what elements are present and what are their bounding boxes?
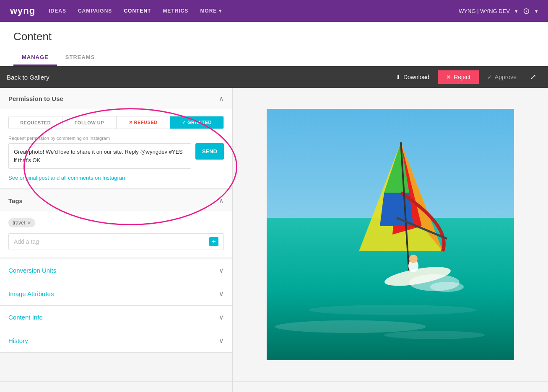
left-sidebar: Permission to Use ∧ REQUESTED FOLLOW UP … [0,88,233,381]
permission-section-header[interactable]: Permission to Use ∧ [0,88,232,109]
nav-right: WYNG | WYNG DEV ▾ ⊙ ▾ [459,6,538,16]
logo-text: wyng [10,5,35,16]
approve-icon: ✓ [487,74,492,80]
nav-metrics[interactable]: METRICS [163,8,188,14]
svg-point-3 [384,331,485,339]
reject-icon: ✕ [446,74,451,80]
conversion-units-title: Conversion Units [8,267,56,274]
image-panel [233,88,548,381]
gallery-toolbar: Back to Gallery ⬇ Download ✕ Reject ✓ Ap… [0,66,548,88]
workspace-selector[interactable]: WYNG | WYNG DEV [459,8,510,14]
permission-message-label: Request permission by commenting on Inst… [8,136,224,141]
history-chevron-icon: ∨ [219,337,224,345]
tag-chip-travel: travel ✕ [8,218,35,227]
page-tabs: MANAGE STREAMS [13,50,535,66]
fullscreen-button[interactable]: ⤢ [525,69,541,85]
permission-message-text[interactable]: Great photo! We'd love to share it on ou… [8,143,191,169]
nav-campaigns[interactable]: CAMPAIGNS [78,8,112,14]
message-row: Great photo! We'd love to share it on ou… [8,143,224,169]
content-info-title: Content Info [8,314,43,321]
download-icon: ⬇ [396,74,401,80]
tag-remove-button[interactable]: ✕ [27,220,31,226]
nav-links: IDEAS CAMPAIGNS CONTENT METRICS MORE ▾ [49,8,221,14]
content-info-section: Content Info ∨ [0,306,232,329]
tags-section-content: travel ✕ Add a tag + [0,211,232,257]
tags-section-header[interactable]: Tags ∧ [0,190,232,211]
permission-chevron-icon: ∧ [219,95,224,103]
nav-ideas[interactable]: IDEAS [49,8,66,14]
back-to-gallery-button[interactable]: Back to Gallery [7,74,49,81]
top-navigation: wyng IDEAS CAMPAIGNS CONTENT METRICS MOR… [0,0,548,22]
add-tag-row: Add a tag + [8,233,224,250]
svg-point-16 [430,282,464,292]
tag-label: travel [13,220,25,226]
svg-point-4 [309,305,476,315]
page-header: Content MANAGE STREAMS [0,22,548,66]
permission-section: Permission to Use ∧ REQUESTED FOLLOW UP … [0,88,232,188]
conversion-units-header[interactable]: Conversion Units ∨ [0,259,232,282]
history-section: History ∨ [0,329,232,353]
svg-point-2 [275,320,426,333]
toolbar-actions: ⬇ Download ✕ Reject ✓ Approve ⤢ [387,69,541,85]
tags-section-title: Tags [8,197,23,204]
add-tag-icon[interactable]: + [209,237,218,246]
instagram-link[interactable]: See original post and all comments on In… [8,175,127,181]
content-image [267,109,514,360]
history-title: History [8,337,28,344]
tab-streams[interactable]: STREAMS [57,50,104,66]
send-button[interactable]: SEND [195,143,224,160]
prev-nav: ‹ [0,382,233,392]
prev-button[interactable]: ‹ [114,388,117,392]
perm-requested-button[interactable]: REQUESTED [9,116,62,129]
permission-section-content: REQUESTED FOLLOW UP ✕ REFUSED ✓ GRANTED … [0,109,232,188]
reject-button[interactable]: ✕ Reject [438,70,479,84]
tags-section: Tags ∧ travel ✕ Add a tag + [0,190,232,257]
approve-button[interactable]: ✓ Approve [479,70,525,84]
perm-refused-button[interactable]: ✕ REFUSED [117,116,170,129]
image-attributes-section: Image Attributes ∨ [0,282,232,306]
main-panel: Permission to Use ∧ REQUESTED FOLLOW UP … [0,88,548,381]
tags-chevron-icon: ∧ [219,197,224,205]
tab-manage[interactable]: MANAGE [13,50,57,66]
svg-point-14 [409,255,418,263]
next-nav: › [233,382,548,392]
user-chevron-icon[interactable]: ▾ [535,8,538,14]
image-attributes-chevron-icon: ∨ [219,290,224,298]
nav-content[interactable]: CONTENT [124,8,151,14]
conversion-units-chevron-icon: ∨ [219,266,224,274]
image-attributes-title: Image Attributes [8,290,54,297]
history-header[interactable]: History ∨ [0,329,232,352]
page-title: Content [13,30,535,43]
nav-more[interactable]: MORE ▾ [200,8,221,14]
content-info-chevron-icon: ∨ [219,313,224,321]
perm-granted-button[interactable]: ✓ GRANTED [170,116,223,129]
add-tag-placeholder[interactable]: Add a tag [14,238,39,245]
conversion-units-section: Conversion Units ∨ [0,259,232,282]
permission-buttons-group: REQUESTED FOLLOW UP ✕ REFUSED ✓ GRANTED [8,116,224,129]
permission-message-area: Request permission by commenting on Inst… [8,136,224,169]
content-info-header[interactable]: Content Info ∨ [0,306,232,329]
permission-section-title: Permission to Use [8,95,63,102]
next-button[interactable]: › [389,388,392,392]
download-button[interactable]: ⬇ Download [387,70,438,84]
logo[interactable]: wyng [10,5,35,16]
image-attributes-header[interactable]: Image Attributes ∨ [0,282,232,305]
perm-followup-button[interactable]: FOLLOW UP [62,116,116,129]
user-avatar-icon[interactable]: ⊙ [523,6,530,16]
bottom-navigation: ‹ › [0,381,548,392]
workspace-chevron[interactable]: ▾ [515,8,518,14]
